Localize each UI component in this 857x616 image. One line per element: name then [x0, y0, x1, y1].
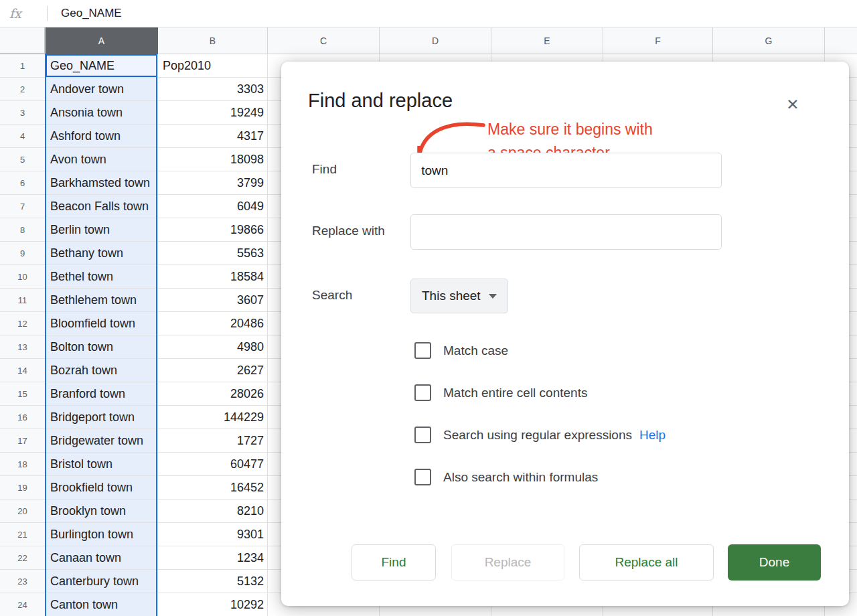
cell-town-name[interactable]: Burlington town: [46, 523, 158, 546]
cell-town-name[interactable]: Branford town: [46, 382, 158, 406]
cell-town-name[interactable]: Brooklyn town: [46, 499, 158, 523]
option-row: Search using regular expressions Help: [414, 427, 666, 443]
cell-population[interactable]: 28026: [158, 382, 268, 406]
row-header[interactable]: 12: [0, 312, 46, 335]
cell-town-name[interactable]: Brookfield town: [46, 476, 158, 499]
replace-all-button[interactable]: Replace all: [579, 544, 714, 581]
cell-population[interactable]: 144229: [158, 406, 268, 429]
cell-town-name[interactable]: Bolton town: [46, 335, 158, 359]
cell-population[interactable]: 2627: [158, 359, 268, 382]
checkbox[interactable]: [414, 469, 431, 485]
cell-population[interactable]: 19866: [158, 218, 268, 242]
cell-population[interactable]: 3607: [158, 289, 268, 312]
row-header[interactable]: 7: [0, 195, 46, 218]
column-header[interactable]: F: [603, 27, 713, 54]
row-header[interactable]: 6: [0, 171, 46, 195]
cell-town-name[interactable]: Canton town: [46, 593, 158, 616]
cell-population[interactable]: 19249: [158, 101, 268, 125]
cell-b1[interactable]: Pop2010: [158, 54, 268, 78]
row-header[interactable]: 21: [0, 523, 46, 546]
cell-population[interactable]: 6049: [158, 195, 268, 218]
cell-town-name[interactable]: Bridgeport town: [46, 406, 158, 429]
close-icon[interactable]: ✕: [781, 92, 805, 117]
row-header[interactable]: 8: [0, 218, 46, 242]
row-header[interactable]: 23: [0, 570, 46, 593]
find-input[interactable]: [410, 153, 722, 188]
row-header[interactable]: 19: [0, 476, 46, 499]
column-header-row: A B C D E F G: [0, 27, 857, 54]
row-header[interactable]: 3: [0, 101, 46, 125]
cell-population[interactable]: 60477: [158, 453, 268, 476]
cell-town-name[interactable]: Canaan town: [46, 546, 158, 570]
checkbox[interactable]: [414, 384, 431, 401]
select-all-corner[interactable]: [0, 27, 46, 54]
help-link[interactable]: Help: [639, 428, 666, 443]
cell-population[interactable]: 16452: [158, 476, 268, 499]
find-button[interactable]: Find: [352, 544, 436, 581]
find-and-replace-dialog: Find and replace Make sure it begins wit…: [281, 62, 849, 606]
cell-population[interactable]: 3799: [158, 171, 268, 195]
row-header[interactable]: 11: [0, 289, 46, 312]
row-header[interactable]: 5: [0, 148, 46, 171]
cell-town-name[interactable]: Avon town: [46, 148, 158, 171]
row-header[interactable]: 4: [0, 125, 46, 148]
column-header[interactable]: A: [46, 27, 158, 54]
fx-icon: fx: [0, 6, 47, 21]
cell-town-name[interactable]: Andover town: [46, 78, 158, 101]
cell-a1-selected[interactable]: Geo_NAME: [46, 54, 158, 78]
row-header[interactable]: 9: [0, 242, 46, 265]
row-header[interactable]: 1: [0, 54, 46, 78]
column-header[interactable]: C: [268, 27, 380, 54]
row-header[interactable]: 15: [0, 382, 46, 406]
cell-population[interactable]: 3303: [158, 78, 268, 101]
formula-bar: fx Geo_NAME: [0, 0, 857, 27]
cell-population[interactable]: 5132: [158, 570, 268, 593]
checkbox[interactable]: [414, 342, 431, 359]
cell-town-name[interactable]: Bloomfield town: [46, 312, 158, 335]
row-header[interactable]: 17: [0, 429, 46, 453]
row-header[interactable]: 13: [0, 335, 46, 359]
replace-button[interactable]: Replace: [451, 544, 564, 581]
row-header[interactable]: 24: [0, 593, 46, 616]
cell-population[interactable]: 1234: [158, 546, 268, 570]
checkbox[interactable]: [414, 427, 431, 443]
row-header[interactable]: 10: [0, 265, 46, 289]
search-scope-dropdown[interactable]: This sheet: [410, 279, 508, 313]
cell-town-name[interactable]: Bethlehem town: [46, 289, 158, 312]
cell-population[interactable]: 8210: [158, 499, 268, 523]
row-header[interactable]: 18: [0, 453, 46, 476]
cell-town-name[interactable]: Bristol town: [46, 453, 158, 476]
cell-town-name[interactable]: Beacon Falls town: [46, 195, 158, 218]
dialog-title: Find and replace: [308, 90, 453, 112]
cell-population[interactable]: 10292: [158, 593, 268, 616]
column-header[interactable]: B: [158, 27, 268, 54]
cell-town-name[interactable]: Ashford town: [46, 125, 158, 148]
cell-population[interactable]: 4317: [158, 125, 268, 148]
row-header[interactable]: 20: [0, 499, 46, 523]
row-header[interactable]: 2: [0, 78, 46, 101]
row-header[interactable]: 22: [0, 546, 46, 570]
done-button[interactable]: Done: [728, 544, 821, 581]
column-header[interactable]: G: [713, 27, 825, 54]
cell-population[interactable]: 5563: [158, 242, 268, 265]
column-header[interactable]: E: [491, 27, 603, 54]
formula-input[interactable]: Geo_NAME: [48, 7, 122, 20]
cell-town-name[interactable]: Ansonia town: [46, 101, 158, 125]
replace-input[interactable]: [410, 214, 722, 250]
cell-town-name[interactable]: Bethany town: [46, 242, 158, 265]
cell-town-name[interactable]: Bethel town: [46, 265, 158, 289]
cell-town-name[interactable]: Barkhamsted town: [46, 171, 158, 195]
cell-population[interactable]: 1727: [158, 429, 268, 453]
cell-population[interactable]: 18098: [158, 148, 268, 171]
cell-population[interactable]: 20486: [158, 312, 268, 335]
cell-population[interactable]: 18584: [158, 265, 268, 289]
cell-town-name[interactable]: Berlin town: [46, 218, 158, 242]
cell-town-name[interactable]: Bridgewater town: [46, 429, 158, 453]
row-header[interactable]: 16: [0, 406, 46, 429]
cell-town-name[interactable]: Canterbury town: [46, 570, 158, 593]
row-header[interactable]: 14: [0, 359, 46, 382]
cell-population[interactable]: 9301: [158, 523, 268, 546]
cell-town-name[interactable]: Bozrah town: [46, 359, 158, 382]
column-header[interactable]: D: [380, 27, 491, 54]
cell-population[interactable]: 4980: [158, 335, 268, 359]
